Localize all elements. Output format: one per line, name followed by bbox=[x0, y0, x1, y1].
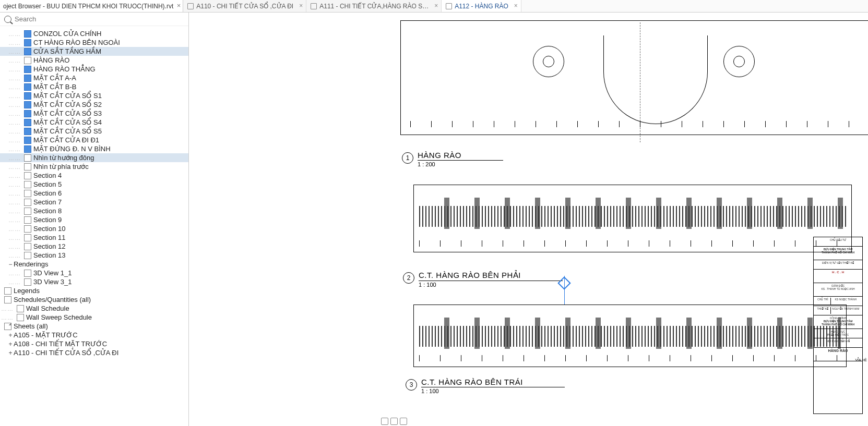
view-elevation-left: VỈA HÈ bbox=[413, 305, 847, 367]
tree-view-item[interactable]: …… Section 13 bbox=[0, 251, 188, 260]
tree-view-item[interactable]: …… Section 11 bbox=[0, 233, 188, 242]
tree-label: Section 5 bbox=[33, 180, 62, 188]
view-icon bbox=[24, 216, 31, 224]
tree-view-item[interactable]: …… Section 7 bbox=[0, 198, 188, 206]
tree-view-item[interactable]: …… Section 10 bbox=[0, 224, 188, 233]
expander-icon[interactable]: + bbox=[7, 349, 14, 357]
tree-schedules[interactable]: Schedules/Quantities (all) bbox=[0, 295, 188, 304]
tb-ks: KS . THANH TÙ NGỌC ANH bbox=[815, 287, 861, 290]
close-icon[interactable]: × bbox=[299, 2, 303, 9]
view-control-bar bbox=[381, 418, 407, 425]
tree-view-item[interactable]: …… Section 12 bbox=[0, 242, 188, 251]
tree-label: Wall Schedule bbox=[26, 305, 69, 312]
detail-icon[interactable] bbox=[390, 418, 398, 425]
tree-view-item[interactable]: …… MẶT CẮT CỬA SỔ S1 bbox=[0, 91, 188, 100]
caption-title: C.T. HÀNG RÀO BÊN TRÁI bbox=[421, 378, 565, 387]
view-plan bbox=[400, 20, 868, 135]
tree-view-item[interactable]: …… HÀNG RÀO THẲNG bbox=[0, 65, 188, 74]
tree-view-item[interactable]: …… MẶT CẮT CỬA ĐI Đ1 bbox=[0, 136, 188, 144]
tb-noidung: NỘI DUNG BẢN VẼ bbox=[814, 338, 862, 348]
tree-legends[interactable]: Legends bbox=[0, 286, 188, 295]
expander-icon[interactable]: + bbox=[7, 332, 14, 339]
caption-1: 1 HÀNG RÀO 1 : 200 bbox=[402, 151, 503, 167]
tree-label: Section 7 bbox=[33, 198, 62, 206]
close-icon[interactable]: × bbox=[514, 2, 518, 9]
view-icon bbox=[24, 172, 31, 179]
tree-view-item[interactable]: …… MẶT CẮT CỬA SỔ S5 bbox=[0, 127, 188, 136]
tree-sheet-item[interactable]: +A110 - CHI TIẾT CỬA SỔ ,CỬA ĐI bbox=[0, 348, 188, 357]
tree-view-item[interactable]: …… MẶT ĐỨNG Đ. N V BÌNH bbox=[0, 144, 188, 153]
view-icon bbox=[24, 199, 31, 206]
document-tab[interactable]: A110 - CHI TIẾT CỬA SỔ ,CỬA ĐI× bbox=[183, 0, 306, 12]
tree-view-item[interactable]: …… Section 4 bbox=[0, 171, 188, 180]
scale-icon[interactable] bbox=[381, 418, 388, 425]
tree-view-item[interactable]: …… Section 9 bbox=[0, 215, 188, 224]
tree-rendering-item[interactable]: …… 3D View 1_1 bbox=[0, 269, 188, 277]
tree-renderings[interactable]: −Renderings bbox=[0, 260, 188, 269]
close-icon[interactable]: × bbox=[434, 2, 438, 9]
tb-thietke-val: NGUYỄN THÀNH NAM bbox=[831, 307, 861, 314]
view-icon bbox=[24, 30, 31, 38]
tree-label: 3D View 1_1 bbox=[33, 269, 72, 277]
tree-label: HÀNG RÀO THẲNG bbox=[33, 65, 96, 73]
tree-view-item[interactable]: …… MẶT CẮT CỬA SỔ S4 bbox=[0, 118, 188, 127]
view-icon bbox=[4, 296, 11, 303]
tree-view-item[interactable]: …… MẶT CẮT CỬA SỔ S3 bbox=[0, 109, 188, 118]
project-tree[interactable]: …… CONZOL CỬA CHÍNH…… CT HÀNG RÀO BÊN NG… bbox=[0, 26, 188, 426]
view-icon bbox=[17, 305, 24, 312]
tree-view-item[interactable]: …… Section 5 bbox=[0, 180, 188, 189]
tree-sheets[interactable]: Sheets (all) bbox=[0, 322, 188, 331]
expander-icon[interactable]: + bbox=[7, 340, 14, 348]
tree-label: 3D View 3_1 bbox=[33, 278, 72, 286]
tree-label: A108 - CHI TIẾT MẶT TRƯỚC bbox=[14, 340, 107, 348]
tree-view-item[interactable]: …… MẶT CẮT B-B bbox=[0, 82, 188, 91]
view-icon bbox=[24, 119, 31, 126]
document-tab[interactable]: A111 - CHI TIẾT CỬA,HÀNG RÀO S…× bbox=[306, 0, 442, 12]
view-icon bbox=[24, 92, 31, 100]
tb-congtrinh-val: BƯU ĐIỆN TRUNG TÂM THÀNH PHỐ HỒ CHÍ MINH bbox=[815, 320, 861, 326]
tree-rendering-item[interactable]: …… 3D View 3_1 bbox=[0, 277, 188, 286]
expander-icon[interactable]: − bbox=[7, 261, 14, 268]
view-icon bbox=[24, 137, 31, 144]
tree-view-item[interactable]: …… CONZOL CỬA CHÍNH bbox=[0, 29, 188, 38]
close-icon[interactable]: × bbox=[177, 2, 181, 9]
tb-thietke: THIẾT KẾ bbox=[815, 307, 831, 314]
tab-label: A111 - CHI TIẾT CỬA,HÀNG RÀO S… bbox=[319, 3, 429, 10]
tree-view-item[interactable]: …… MẶT CẮT CỬA SỔ S2 bbox=[0, 100, 188, 109]
tree-label: MẶT CẮT B-B bbox=[33, 83, 77, 91]
tree-label: CONZOL CỬA CHÍNH bbox=[33, 30, 101, 38]
tb-chutri-val: KS NGỌC THÀNH bbox=[831, 298, 861, 305]
caption-title: HÀNG RÀO bbox=[418, 151, 503, 161]
tree-schedule-item[interactable]: …… Wall Sweep Schedule bbox=[0, 313, 188, 322]
tree-view-item[interactable]: …… CỬA SẮT TẦNG HẦM bbox=[0, 47, 188, 56]
caption-scale: 1 : 100 bbox=[421, 388, 565, 394]
visual-style-icon[interactable] bbox=[400, 418, 407, 425]
tree-schedule-item[interactable]: …… Wall Schedule bbox=[0, 304, 188, 313]
tree-label: HÀNG RÀO bbox=[33, 56, 69, 64]
project-browser-title: oject Browser - BUU DIEN TPHCM KHOI TRUO… bbox=[0, 0, 183, 12]
drawing-canvas[interactable]: 1 HÀNG RÀO 1 : 200 2 C.T. HÀNG RÀO BÊN P… bbox=[189, 13, 868, 426]
tb-consultant: ĐƠN VỊ TƯ VẤN THIẾT KẾ bbox=[814, 260, 862, 270]
tree-sheet-item[interactable]: +A105 - MẶT TRƯỚC bbox=[0, 331, 188, 339]
tree-view-item[interactable]: …… Nhìn từ phía trước bbox=[0, 162, 188, 171]
tree-view-item[interactable]: …… Section 8 bbox=[0, 206, 188, 215]
tb-project: BƯU ĐIỆN TRUNG TÂM THÀNH PHỐ HỒ CHÍ MINH bbox=[814, 247, 862, 260]
caption-title: C.T. HÀNG RÀO BÊN PHẢI bbox=[419, 271, 563, 281]
caption-scale: 1 : 100 bbox=[419, 282, 563, 288]
document-tab[interactable]: A112 - HÀNG RÀO× bbox=[442, 0, 521, 12]
tree-view-item[interactable]: …… HÀNG RÀO bbox=[0, 56, 188, 65]
view-icon bbox=[24, 145, 31, 153]
search-input[interactable] bbox=[15, 15, 184, 23]
sheet-icon bbox=[187, 3, 194, 9]
tree-label: CỬA SẮT TẦNG HẦM bbox=[33, 47, 101, 55]
tab-label: A112 - HÀNG RÀO bbox=[455, 3, 508, 10]
tree-view-item[interactable]: …… MẶT CẮT A-A bbox=[0, 74, 188, 82]
tree-label: MẶT CẮT CỬA SỔ S2 bbox=[33, 101, 102, 108]
tree-view-item[interactable]: …… Nhìn từ hướng đông bbox=[0, 153, 188, 162]
tree-view-item[interactable]: …… CT HÀNG RÀO BÊN NGOÀI bbox=[0, 38, 188, 47]
view-icon bbox=[24, 66, 31, 73]
caption-3: 3 C.T. HÀNG RÀO BÊN TRÁI 1 : 100 bbox=[406, 378, 565, 394]
tree-view-item[interactable]: …… Section 6 bbox=[0, 189, 188, 198]
tree-sheet-item[interactable]: +A108 - CHI TIẾT MẶT TRƯỚC bbox=[0, 339, 188, 348]
view-icon bbox=[24, 110, 31, 117]
